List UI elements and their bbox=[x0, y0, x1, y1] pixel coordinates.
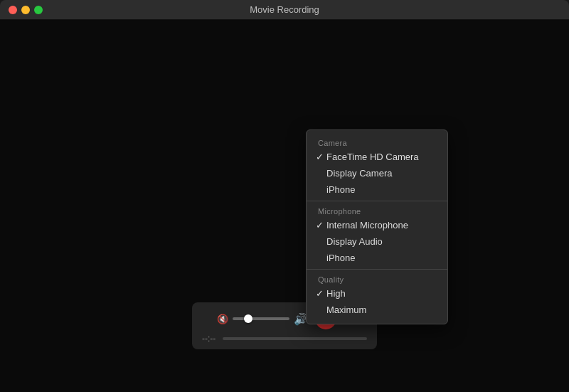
checkmark-icon: ✓ bbox=[312, 220, 326, 231]
microphone-iphone[interactable]: iPhone bbox=[307, 250, 447, 266]
quality-section: Quality ✓ High Maximum bbox=[307, 269, 447, 321]
checkmark-icon: ✓ bbox=[312, 152, 326, 162]
minimize-button[interactable] bbox=[21, 6, 30, 14]
checkmark-icon: ✓ bbox=[312, 288, 326, 299]
quality-maximum[interactable]: Maximum bbox=[307, 302, 447, 318]
maximize-button[interactable] bbox=[34, 6, 43, 14]
microphone-internal-label: Internal Microphone bbox=[326, 220, 436, 231]
camera-iphone-label: iPhone bbox=[326, 184, 436, 195]
microphone-internal[interactable]: ✓ Internal Microphone bbox=[307, 217, 447, 233]
controls-bottom-row: --:-- bbox=[202, 334, 367, 344]
progress-bar bbox=[223, 337, 367, 340]
camera-facetime-label: FaceTime HD Camera bbox=[326, 152, 436, 162]
camera-section: Camera ✓ FaceTime HD Camera Display Came… bbox=[307, 133, 447, 201]
volume-slider[interactable] bbox=[233, 317, 289, 320]
dropdown-menu: Camera ✓ FaceTime HD Camera Display Came… bbox=[306, 129, 448, 324]
window-title: Movie Recording bbox=[250, 4, 319, 15]
camera-display[interactable]: Display Camera bbox=[307, 165, 447, 181]
quality-high[interactable]: ✓ High bbox=[307, 285, 447, 302]
camera-iphone[interactable]: iPhone bbox=[307, 181, 447, 198]
quality-section-label: Quality bbox=[307, 272, 447, 285]
camera-section-label: Camera bbox=[307, 136, 447, 149]
camera-facetime[interactable]: ✓ FaceTime HD Camera bbox=[307, 149, 447, 165]
time-display: --:-- bbox=[202, 334, 216, 344]
window-controls bbox=[9, 6, 43, 14]
microphone-display-audio[interactable]: Display Audio bbox=[307, 233, 447, 250]
quality-high-label: High bbox=[326, 288, 436, 299]
main-area: 🔇 🔊 ▾ --:-- Camera ✓ FaceTime HD Camera bbox=[0, 20, 569, 392]
volume-thumb bbox=[244, 314, 252, 323]
title-bar: Movie Recording bbox=[0, 0, 569, 20]
microphone-display-audio-label: Display Audio bbox=[326, 236, 436, 247]
close-button[interactable] bbox=[9, 6, 17, 14]
quality-maximum-label: Maximum bbox=[326, 304, 436, 315]
camera-display-label: Display Camera bbox=[326, 168, 436, 179]
microphone-section-label: Microphone bbox=[307, 204, 447, 217]
microphone-iphone-label: iPhone bbox=[326, 253, 436, 263]
volume-low-icon: 🔇 bbox=[217, 314, 228, 324]
microphone-section: Microphone ✓ Internal Microphone Display… bbox=[307, 201, 447, 269]
volume-section: 🔇 🔊 bbox=[217, 312, 308, 326]
